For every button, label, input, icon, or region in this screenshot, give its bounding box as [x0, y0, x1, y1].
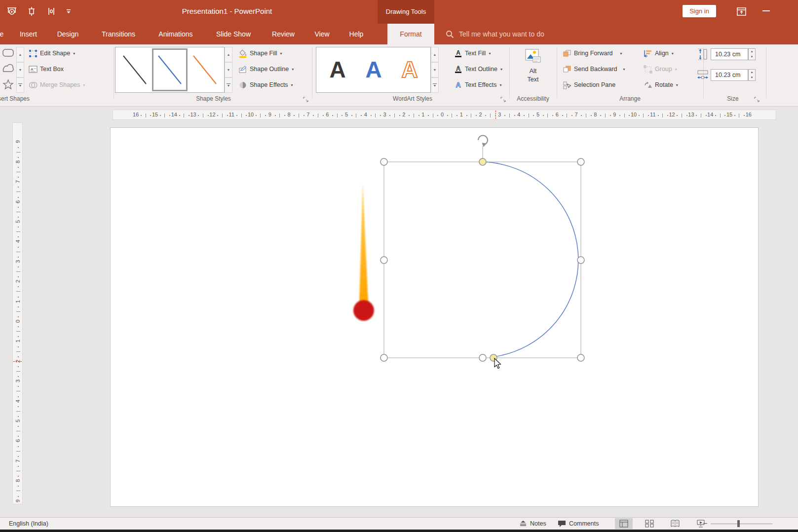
- gallery-scroll-up-icon[interactable]: ▲: [431, 47, 439, 62]
- shape-fill-button[interactable]: Shape Fill▾: [238, 47, 282, 59]
- ruler-number: 8: [15, 479, 21, 482]
- selection-pane-button[interactable]: Selection Pane: [563, 79, 615, 91]
- size-dialog-launcher[interactable]: [754, 97, 760, 103]
- shape-style-item-1[interactable]: [118, 50, 151, 90]
- tab-view[interactable]: View: [308, 24, 336, 44]
- gallery-scroll-up-icon[interactable]: ▲: [225, 47, 232, 62]
- gallery-scroll-down-icon[interactable]: ▼: [16, 62, 24, 77]
- shape-height-field[interactable]: 10.23 cm: [711, 48, 748, 60]
- sign-in-button[interactable]: Sign in: [683, 5, 716, 17]
- group-button[interactable]: Group▾: [644, 63, 677, 75]
- ruler-number: 1: [460, 112, 463, 117]
- tab-review[interactable]: Review: [268, 24, 299, 44]
- send-backward-button[interactable]: Send Backward▾: [563, 63, 625, 75]
- shape-freeform-button[interactable]: [2, 63, 14, 74]
- ruler-number: 4: [364, 112, 367, 117]
- shape-style-item-2-selected[interactable]: [153, 50, 186, 90]
- align-center-icon[interactable]: [26, 5, 38, 17]
- edit-shape-button[interactable]: Edit Shape▾: [29, 47, 75, 59]
- zoom-slider-track[interactable]: [711, 524, 772, 524]
- ruler-number: 9: [613, 112, 616, 117]
- tell-me-search-input[interactable]: Tell me what you want to do: [459, 24, 544, 44]
- ruler-number: 4: [15, 400, 21, 403]
- alt-text-button[interactable]: Alt Text: [521, 46, 545, 92]
- tab-format-active[interactable]: Format: [387, 24, 434, 44]
- view-slide-sorter-button[interactable]: [641, 518, 658, 529]
- shape-style-item-3[interactable]: [189, 50, 221, 90]
- text-effects-button[interactable]: A Text Effects▾: [454, 79, 501, 91]
- vertical-ruler[interactable]: 9876543210123456789: [12, 122, 23, 504]
- text-fill-button[interactable]: A Text Fill▾: [454, 47, 491, 59]
- gallery-more-icon[interactable]: ▼: [225, 77, 232, 93]
- rotate-button[interactable]: Rotate▾: [644, 79, 678, 91]
- ruler-tick: [437, 115, 438, 116]
- tab-animations[interactable]: Animations: [153, 24, 198, 44]
- tab-design[interactable]: Design: [52, 24, 84, 44]
- zoom-out-button[interactable]: −: [703, 518, 707, 530]
- ruler-tick: [504, 115, 505, 116]
- touch-mouse-mode-icon[interactable]: [45, 5, 57, 17]
- customize-quick-access-toolbar-icon[interactable]: [65, 8, 77, 20]
- view-normal-button[interactable]: [615, 518, 633, 529]
- spin-up-icon[interactable]: ▲: [749, 49, 755, 54]
- notes-button[interactable]: Notes: [519, 518, 546, 530]
- comments-button[interactable]: Comments: [558, 518, 599, 530]
- zoom-slider-handle[interactable]: [737, 520, 740, 527]
- tab-slide-show[interactable]: Slide Show: [211, 24, 256, 44]
- wordart-styles-gallery: A A A: [316, 47, 431, 93]
- slide[interactable]: [110, 127, 759, 507]
- horizontal-ruler[interactable]: 1615141312111098765432101234567891011121…: [113, 110, 776, 120]
- text-outline-button[interactable]: A Text Outline▾: [454, 63, 502, 75]
- shape-styles-gallery-scrollbar[interactable]: ▲ ▼ ▼: [225, 47, 232, 93]
- ruler-tick: [543, 115, 544, 116]
- merge-shapes-button[interactable]: Merge Shapes▾: [29, 79, 85, 91]
- ruler-tick: [16, 252, 20, 252]
- wordart-gallery-scrollbar[interactable]: ▲ ▼ ▼: [431, 47, 439, 93]
- svg-text:A: A: [456, 65, 460, 72]
- wordart-dialog-launcher[interactable]: [500, 97, 506, 103]
- height-spinner[interactable]: ▲▼: [748, 48, 756, 60]
- gallery-scroll-down-icon[interactable]: ▼: [431, 62, 439, 77]
- gallery-more-icon[interactable]: ▼: [16, 77, 24, 93]
- shape-styles-dialog-launcher[interactable]: [303, 97, 309, 103]
- svg-text:A: A: [31, 67, 34, 72]
- ribbon-display-options-icon[interactable]: [736, 6, 747, 17]
- shape-effects-button[interactable]: Shape Effects▾: [238, 79, 293, 91]
- wordart-style-item-3[interactable]: A: [392, 50, 427, 90]
- ruler-tick: [514, 115, 515, 116]
- gallery-scroll-up-icon[interactable]: ▲: [16, 47, 24, 62]
- wordart-style-item-2[interactable]: A: [356, 50, 391, 90]
- width-spinner[interactable]: ▲▼: [748, 69, 756, 81]
- language-status[interactable]: English (India): [9, 518, 48, 530]
- shape-width-field[interactable]: 10.23 cm: [711, 69, 748, 81]
- gallery-scroll-down-icon[interactable]: ▼: [225, 62, 232, 77]
- minimize-button[interactable]: [762, 10, 770, 11]
- shape-outline-button[interactable]: Shape Outline▾: [238, 63, 294, 75]
- ruler-tick: [389, 115, 390, 116]
- view-reading-button[interactable]: [666, 518, 684, 529]
- ruler-tick: [18, 336, 19, 337]
- insert-shapes-gallery-scrollbar[interactable]: ▲ ▼ ▼: [16, 47, 24, 93]
- ruler-number: 10: [248, 112, 254, 117]
- ruler-tick: [260, 114, 261, 117]
- spin-down-icon[interactable]: ▼: [749, 75, 755, 80]
- ruler-tick: [179, 115, 180, 116]
- start-from-beginning-icon[interactable]: [6, 5, 18, 17]
- ruler-tick: [744, 115, 745, 116]
- tab-transitions[interactable]: Transitions: [96, 24, 141, 44]
- wordart-style-item-1[interactable]: A: [320, 50, 355, 90]
- ruler-number: 0: [441, 112, 444, 117]
- ruler-tick: [16, 451, 20, 452]
- shape-star-button[interactable]: [2, 79, 14, 90]
- bring-forward-button[interactable]: Bring Forward▾: [563, 47, 622, 59]
- ruler-tick: [246, 115, 247, 116]
- spin-down-icon[interactable]: ▼: [749, 54, 755, 60]
- tab-help[interactable]: Help: [344, 24, 369, 44]
- shape-rounded-rectangle-button[interactable]: [2, 47, 14, 58]
- ruler-tick: [351, 115, 352, 116]
- spin-up-icon[interactable]: ▲: [749, 70, 755, 75]
- gallery-more-icon[interactable]: ▼: [431, 77, 439, 93]
- align-button[interactable]: Align▾: [644, 47, 674, 59]
- text-box-button[interactable]: A Text Box: [29, 63, 64, 75]
- tab-insert[interactable]: Insert: [15, 24, 42, 44]
